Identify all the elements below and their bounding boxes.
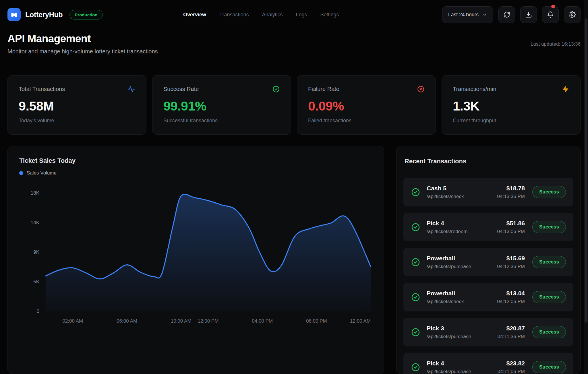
x-tick-label: 04:00 PM bbox=[242, 318, 283, 324]
transaction-row[interactable]: Cash 5 /api/tickets/check $18.78 04:13:3… bbox=[403, 178, 573, 206]
stat-subtext: Current throughput bbox=[453, 118, 569, 124]
status-badge: Success bbox=[532, 361, 566, 373]
stat-card-header: Failure Rate bbox=[308, 85, 425, 93]
stat-card-header: Success Rate bbox=[163, 85, 280, 93]
status-badge: Success bbox=[532, 256, 566, 268]
page-subtitle: Monitor and manage high-volume lottery t… bbox=[7, 48, 581, 55]
transaction-game: Pick 4 bbox=[427, 220, 497, 227]
transaction-game: Powerball bbox=[427, 290, 497, 297]
success-check-icon bbox=[411, 292, 420, 302]
success-check-icon bbox=[411, 363, 420, 372]
chevron-down-icon bbox=[482, 12, 487, 17]
transaction-endpoint: /api/tickets/redeem bbox=[427, 229, 497, 235]
transaction-row[interactable]: Pick 4 /api/tickets/redeem $51.86 04:13:… bbox=[403, 213, 573, 241]
transaction-info: Pick 4 /api/tickets/redeem bbox=[427, 220, 497, 235]
stat-value: 0.09% bbox=[308, 99, 425, 114]
bell-button[interactable] bbox=[542, 6, 559, 23]
y-tick-label: 18K bbox=[19, 190, 39, 196]
app-logo[interactable] bbox=[7, 8, 21, 21]
stat-card-transactions-min: Transactions/min 1.3K Current throughput bbox=[442, 75, 581, 135]
toolbar: Last 24 hours bbox=[442, 6, 581, 23]
time-range-select[interactable]: Last 24 hours bbox=[442, 6, 493, 23]
stat-card-success-rate: Success Rate 99.91% Successful transacti… bbox=[152, 75, 291, 135]
stat-card-header: Transactions/min bbox=[453, 85, 569, 93]
transaction-endpoint: /api/tickets/purchase bbox=[427, 334, 498, 340]
transaction-time: 04:11:06 PM bbox=[498, 369, 525, 374]
transaction-row[interactable]: Powerball /api/tickets/check $13.04 04:1… bbox=[403, 283, 573, 311]
transaction-row[interactable]: Pick 4 /api/tickets/purchase $23.82 04:1… bbox=[403, 353, 573, 374]
transaction-time: 04:12:36 PM bbox=[497, 264, 525, 270]
area-chart bbox=[8, 146, 384, 374]
transaction-amount-time: $51.86 04:13:06 PM bbox=[497, 220, 525, 235]
nav-item-analytics[interactable]: Analytics bbox=[262, 12, 283, 18]
refresh-icon bbox=[503, 11, 510, 18]
check-circle-icon bbox=[272, 85, 280, 93]
chart-area-fill bbox=[46, 194, 371, 311]
page-title: API Management bbox=[7, 33, 581, 45]
transaction-endpoint: /api/tickets/purchase bbox=[427, 264, 497, 270]
transaction-amount: $20.87 bbox=[498, 325, 525, 332]
bell-icon bbox=[547, 11, 554, 18]
page-header: API Management Monitor and manage high-v… bbox=[0, 29, 588, 64]
bolt-icon bbox=[562, 85, 569, 93]
transaction-amount: $13.04 bbox=[497, 290, 525, 297]
refresh-button[interactable] bbox=[498, 6, 515, 23]
stat-value: 9.58M bbox=[19, 99, 135, 114]
gear-icon bbox=[569, 11, 576, 18]
y-tick-label: 0 bbox=[19, 309, 39, 314]
transaction-amount-time: $18.78 04:13:36 PM bbox=[497, 185, 525, 199]
ticket-icon bbox=[10, 10, 19, 19]
transaction-row[interactable]: Pick 3 /api/tickets/purchase $20.87 04:1… bbox=[403, 318, 573, 346]
transaction-amount: $51.86 bbox=[497, 220, 525, 227]
main-nav: OverviewTransactionsAnalyticsLogsSetting… bbox=[183, 0, 339, 29]
page-scrollbar-thumb[interactable] bbox=[585, 18, 587, 323]
x-circle-icon bbox=[417, 85, 425, 93]
transactions-list: Cash 5 /api/tickets/check $18.78 04:13:3… bbox=[403, 178, 573, 374]
transaction-time: 04:13:36 PM bbox=[497, 194, 525, 199]
stat-label: Total Transactions bbox=[19, 86, 65, 92]
transaction-info: Pick 4 /api/tickets/purchase bbox=[427, 360, 498, 374]
recent-transactions-panel: Recent Transactions Cash 5 /api/tickets/… bbox=[396, 146, 581, 374]
transaction-amount-time: $23.82 04:11:06 PM bbox=[498, 360, 525, 374]
page-scrollbar-track bbox=[584, 0, 588, 374]
transaction-endpoint: /api/tickets/check bbox=[427, 299, 497, 305]
nav-item-transactions[interactable]: Transactions bbox=[219, 12, 249, 18]
x-tick-label: 12:00 AM bbox=[340, 318, 380, 324]
nav-item-overview[interactable]: Overview bbox=[183, 12, 206, 18]
environment-badge: Production bbox=[69, 10, 102, 20]
transaction-row[interactable]: Powerball /api/tickets/purchase $15.69 0… bbox=[403, 248, 573, 276]
time-range-label: Last 24 hours bbox=[448, 12, 479, 18]
transaction-time: 04:13:06 PM bbox=[497, 229, 525, 235]
x-tick-label: 08:00 PM bbox=[296, 318, 336, 324]
stat-value: 99.91% bbox=[163, 99, 280, 114]
transaction-amount: $15.69 bbox=[497, 255, 525, 262]
stat-card-failure-rate: Failure Rate 0.09% Failed transactions bbox=[297, 75, 436, 135]
stats-row: Total Transactions 9.58M Today's volume … bbox=[7, 75, 581, 135]
status-badge: Success bbox=[532, 186, 566, 198]
transaction-amount: $18.78 bbox=[497, 185, 525, 192]
y-tick-label: 14K bbox=[19, 220, 39, 226]
sales-chart-card: Ticket Sales Today Sales Volume 05K9K14K… bbox=[7, 146, 384, 374]
transaction-endpoint: /api/tickets/purchase bbox=[427, 369, 498, 374]
transaction-endpoint: /api/tickets/check bbox=[427, 194, 497, 199]
nav-item-logs[interactable]: Logs bbox=[296, 12, 307, 18]
stat-subtext: Failed transactions bbox=[308, 118, 425, 124]
transaction-amount-time: $20.87 04:11:36 PM bbox=[498, 325, 525, 340]
stat-card-header: Total Transactions bbox=[19, 85, 135, 93]
download-button[interactable] bbox=[520, 6, 537, 23]
app-title: LotteryHub bbox=[25, 11, 63, 19]
transaction-info: Powerball /api/tickets/check bbox=[427, 290, 497, 305]
transaction-game: Cash 5 bbox=[427, 185, 497, 192]
stat-label: Failure Rate bbox=[308, 86, 339, 92]
nav-item-settings[interactable]: Settings bbox=[320, 12, 339, 18]
transaction-amount-time: $13.04 04:12:06 PM bbox=[497, 290, 525, 305]
transaction-time: 04:12:06 PM bbox=[497, 299, 525, 305]
success-check-icon bbox=[411, 187, 420, 197]
last-updated-text: Last updated: 16:13:36 bbox=[531, 41, 581, 47]
transaction-game: Powerball bbox=[427, 255, 497, 262]
transaction-info: Cash 5 /api/tickets/check bbox=[427, 185, 497, 199]
y-tick-label: 9K bbox=[19, 249, 39, 255]
gear-button[interactable] bbox=[564, 6, 581, 23]
status-badge: Success bbox=[532, 326, 566, 338]
x-tick-label: 12:00 PM bbox=[188, 318, 228, 324]
